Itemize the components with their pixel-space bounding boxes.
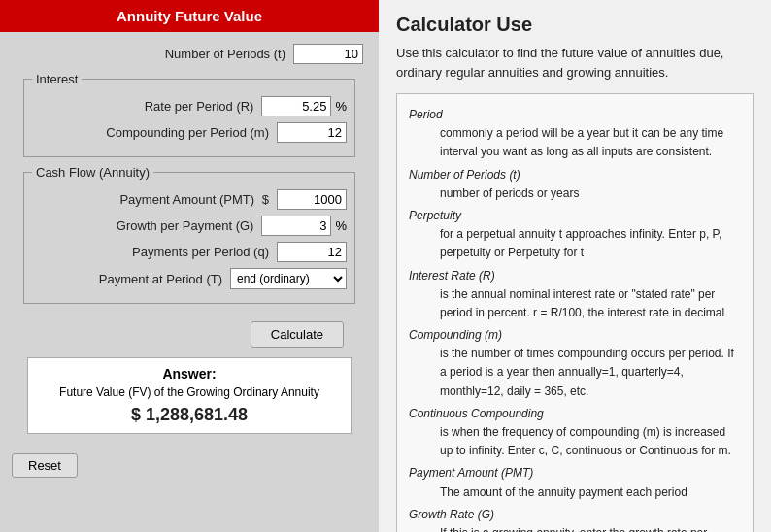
answer-title: Answer: <box>40 366 339 382</box>
interest-group: Interest Rate per Period (R) % Compoundi… <box>23 72 355 157</box>
answer-value: $ 1,288,681.48 <box>40 405 339 425</box>
help-term: Period <box>409 106 741 124</box>
calculate-button[interactable]: Calculate <box>251 321 344 348</box>
left-panel: Annuity Future Value Number of Periods (… <box>0 0 379 532</box>
help-box: Periodcommonly a period will be a year b… <box>396 93 754 532</box>
help-term: Interest Rate (R) <box>409 267 741 285</box>
periods-row: Number of Periods (t) <box>16 44 363 64</box>
payment-label: Payment Amount (PMT) $ <box>32 192 277 207</box>
compound-label: Compounding per Period (m) <box>32 125 277 140</box>
right-title: Calculator Use <box>396 14 754 36</box>
rate-unit: % <box>335 99 347 114</box>
answer-description: Future Value (FV) of the Growing Ordinar… <box>40 385 339 399</box>
periods-input[interactable] <box>293 44 363 64</box>
help-term: Payment Amount (PMT) <box>409 464 741 482</box>
help-term: Number of Periods (t) <box>409 166 741 184</box>
help-definition: commonly a period will be a year but it … <box>440 124 741 161</box>
interest-legend: Interest <box>32 72 82 86</box>
payments-per-period-row: Payments per Period (q) <box>32 242 347 262</box>
payment-at-period-label: Payment at Period (T) <box>32 272 230 286</box>
cashflow-group: Cash Flow (Annuity) Payment Amount (PMT)… <box>23 165 355 304</box>
payment-at-period-row: Payment at Period (T) end (ordinary) beg… <box>32 268 347 289</box>
payment-input[interactable] <box>277 189 347 210</box>
compound-row: Compounding per Period (m) <box>32 122 347 143</box>
help-term: Growth Rate (G) <box>409 506 741 524</box>
payments-per-period-input[interactable] <box>277 242 347 262</box>
help-term: Perpetuity <box>409 207 741 225</box>
answer-box: Answer: Future Value (FV) of the Growing… <box>27 357 352 434</box>
rate-label: Rate per Period (R) <box>32 99 261 114</box>
help-term: Continuous Compounding <box>409 405 741 423</box>
help-definition: is the annual nominal interest rate or "… <box>440 285 741 322</box>
right-panel: Calculator Use Use this calculator to fi… <box>379 0 771 532</box>
payment-at-period-select[interactable]: end (ordinary) beginning (due) <box>230 268 347 289</box>
growth-unit: % <box>335 218 347 233</box>
reset-row: Reset <box>0 446 379 478</box>
compound-input[interactable] <box>277 122 347 143</box>
form-area: Number of Periods (t) Interest Rate per … <box>0 32 379 446</box>
periods-label: Number of Periods (t) <box>16 47 293 61</box>
help-definition: is when the frequency of compounding (m)… <box>440 423 741 460</box>
reset-button[interactable]: Reset <box>12 453 78 478</box>
payments-per-period-label: Payments per Period (q) <box>32 245 277 259</box>
right-intro: Use this calculator to find the future v… <box>396 44 754 82</box>
help-definition: If this is a growing annuity, enter the … <box>440 524 741 532</box>
rate-row: Rate per Period (R) % <box>32 96 347 116</box>
cashflow-legend: Cash Flow (Annuity) <box>32 165 153 180</box>
help-definition: is the number of times compounding occur… <box>440 345 741 401</box>
panel-title: Annuity Future Value <box>0 0 379 32</box>
growth-input[interactable] <box>261 216 331 236</box>
payment-row: Payment Amount (PMT) $ <box>32 189 347 210</box>
help-definition: for a perpetual annuity t approaches inf… <box>440 225 741 262</box>
growth-row: Growth per Payment (G) % <box>32 216 347 236</box>
rate-input[interactable] <box>261 96 331 116</box>
help-definition: number of periods or years <box>440 184 741 203</box>
help-definition: The amount of the annuity payment each p… <box>440 483 741 502</box>
calculate-row: Calculate <box>16 312 363 351</box>
help-term: Compounding (m) <box>409 326 741 345</box>
growth-label: Growth per Payment (G) <box>32 218 261 233</box>
